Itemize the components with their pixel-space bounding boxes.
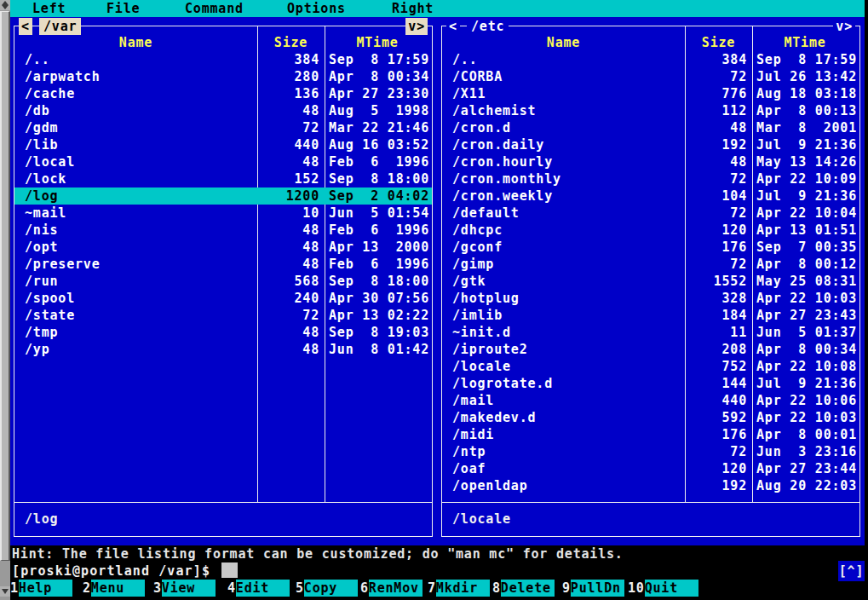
file-row[interactable]: /X11776Aug 18 03:18 (442, 85, 859, 102)
file-row[interactable]: /log1200Sep 2 04:02 (14, 188, 432, 205)
history-back-button[interactable]: < (19, 18, 32, 35)
file-row[interactable]: /default72Apr 22 10:04 (442, 205, 859, 222)
file-row[interactable]: /logrotate.d144Jul 9 21:36 (442, 375, 859, 392)
file-size: 752 (685, 358, 752, 375)
file-mtime: Apr 8 00:13 (752, 102, 859, 119)
file-row[interactable]: /run568Sep 8 18:00 (14, 273, 432, 290)
mc-screen: { "colors": { "panel_blue": "#0000C8", "… (0, 0, 868, 600)
file-row[interactable]: /dhcpc120Apr 13 01:51 (442, 222, 859, 239)
file-row[interactable]: /arpwatch280Apr 8 00:34 (14, 68, 432, 85)
menu-item-options[interactable]: Options (287, 0, 346, 17)
fkey-button-7[interactable]: 7Mkdir (428, 580, 490, 597)
file-row[interactable]: /spool240Apr 30 07:56 (14, 290, 432, 307)
file-row[interactable]: /preserve48Feb 6 1996 (14, 256, 432, 273)
file-name: /run (14, 273, 257, 290)
file-row[interactable]: /makedev.d592Apr 22 10:03 (442, 409, 859, 426)
file-row[interactable]: /local48Feb 6 1996 (14, 153, 432, 170)
fkey-button-2[interactable]: 2Menu (83, 580, 145, 597)
menu-item-command[interactable]: Command (185, 0, 244, 17)
column-header-name[interactable]: Name (14, 34, 257, 51)
scrollbar-down-arrow-icon[interactable] (0, 586, 10, 597)
file-row[interactable]: /ntp72Jun 3 23:16 (442, 443, 859, 460)
menu-item-right[interactable]: Right (392, 0, 434, 17)
file-row[interactable]: /nis48Feb 6 1996 (14, 222, 432, 239)
file-row[interactable]: /CORBA72Jul 26 13:42 (442, 68, 859, 85)
column-header-mtime[interactable]: MTime (752, 34, 858, 51)
file-row[interactable]: /gtk1552May 25 08:31 (442, 273, 859, 290)
file-size: 48 (257, 324, 325, 341)
file-mtime: May 13 14:26 (752, 153, 859, 170)
file-name: /ntp (442, 443, 685, 460)
column-header-mtime[interactable]: MTime (325, 34, 430, 51)
file-row[interactable]: /cron.hourly48May 13 14:26 (442, 153, 859, 170)
column-header-size[interactable]: Size (685, 34, 752, 51)
file-size: 280 (257, 68, 325, 85)
file-size: 48 (685, 119, 752, 136)
fkey-button-9[interactable]: 9PullDn (562, 580, 624, 597)
file-name: /oaf (442, 460, 685, 477)
file-mtime: Jul 9 21:36 (752, 375, 859, 392)
file-row[interactable]: /oaf120Apr 27 23:44 (442, 460, 859, 477)
fkey-button-5[interactable]: 5Copy (296, 580, 358, 597)
file-row[interactable]: /cron.weekly104Jul 9 21:36 (442, 188, 859, 205)
fkey-button-4[interactable]: 4Edit (227, 580, 290, 597)
file-row[interactable]: /locale752Apr 22 10:08 (442, 358, 859, 375)
file-row[interactable]: /lock152Sep 8 18:00 (14, 170, 432, 188)
fkey-button-1[interactable]: 1Help (10, 580, 72, 597)
file-name: /makedev.d (442, 409, 685, 426)
fkey-button-3[interactable]: 3View (153, 580, 216, 597)
menu-item-file[interactable]: File (106, 0, 140, 17)
scrollbar-thumb[interactable] (0, 11, 10, 561)
menu-item-left[interactable]: Left (32, 0, 66, 17)
file-row[interactable]: /tmp48Sep 8 19:03 (14, 324, 432, 341)
history-dropdown-forward-button[interactable]: v> (833, 18, 855, 35)
file-row[interactable]: /..384Sep 8 17:59 (442, 51, 859, 68)
file-row[interactable]: /gconf176Sep 7 00:35 (442, 239, 859, 256)
file-size: 184 (685, 307, 752, 324)
terminal-scrollbar[interactable] (0, 0, 10, 600)
file-row[interactable]: /mail440Apr 22 10:06 (442, 392, 859, 409)
file-row[interactable]: /cron.d48Mar 8 2001 (442, 119, 859, 136)
panel-path-title[interactable]: /etc (467, 18, 509, 35)
command-prompt: [proski@portland /var]$ (12, 563, 210, 579)
fkey-button-6[interactable]: 6RenMov (360, 580, 423, 597)
file-mtime: Aug 16 03:52 (325, 136, 432, 153)
file-row[interactable]: ~mail10Jun 5 01:54 (14, 205, 432, 222)
file-row[interactable]: /midi176Apr 8 00:01 (442, 426, 859, 443)
file-row[interactable]: /openldap192Aug 20 22:03 (442, 477, 859, 494)
history-back-button[interactable]: < (446, 18, 460, 35)
fkey-button-8[interactable]: 8Delete (492, 580, 555, 597)
fkey-button-10[interactable]: 10Quit (628, 580, 698, 597)
file-row[interactable]: /cron.monthly72Apr 22 10:09 (442, 170, 859, 188)
panel-path-title[interactable]: /var (39, 18, 81, 35)
file-row[interactable]: /cron.daily192Jul 9 21:36 (442, 136, 859, 153)
file-row[interactable]: ~init.d11Jun 5 01:37 (442, 324, 859, 341)
file-name: /gimp (442, 256, 685, 273)
file-row[interactable]: /opt48Apr 13 2000 (14, 239, 432, 256)
file-row[interactable]: /..384Sep 8 17:59 (14, 51, 432, 68)
file-size: 48 (257, 256, 325, 273)
file-row[interactable]: /alchemist112Apr 8 00:13 (442, 102, 859, 119)
file-row[interactable]: /imlib184Apr 27 23:43 (442, 307, 859, 324)
file-row[interactable]: /cache136Apr 27 23:30 (14, 85, 432, 102)
column-header-name[interactable]: Name (442, 34, 685, 51)
file-row[interactable]: /lib440Aug 16 03:52 (14, 136, 432, 153)
file-row[interactable]: /yp48Jun 8 01:42 (14, 341, 432, 358)
file-mtime: Feb 6 1996 (325, 153, 432, 170)
file-row[interactable]: /db48Aug 5 1998 (14, 102, 432, 119)
scrollbar-up-arrow-icon[interactable] (0, 0, 10, 10)
history-dropdown-forward-button[interactable]: v> (405, 18, 428, 35)
file-row[interactable]: /gimp72Apr 8 00:12 (442, 256, 859, 273)
fkey-label: View (162, 580, 216, 597)
file-row[interactable]: /state72Apr 13 02:22 (14, 307, 432, 324)
file-size: 192 (685, 136, 752, 153)
fkey-number: 4 (227, 580, 236, 597)
command-line[interactable]: [proski@portland /var]$ (12, 562, 238, 580)
file-row[interactable]: /gdm72Mar 22 21:46 (14, 119, 432, 136)
scroll-indicator-button[interactable]: [^] (838, 561, 865, 581)
file-row[interactable]: /hotplug328Apr 22 10:03 (442, 290, 859, 307)
file-name: /X11 (442, 85, 685, 102)
column-header-size[interactable]: Size (257, 34, 325, 51)
file-mtime: Sep 8 18:00 (325, 170, 432, 188)
file-row[interactable]: /iproute2208Apr 8 00:34 (442, 341, 859, 358)
